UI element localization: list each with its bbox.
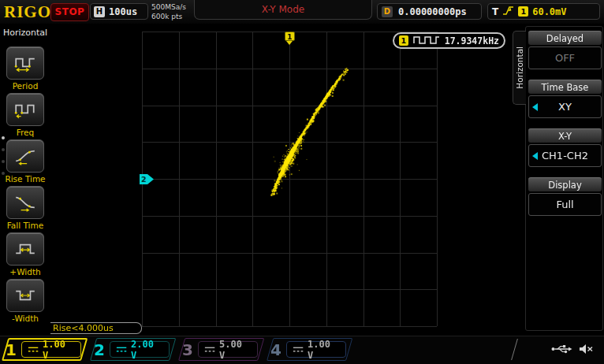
menu-item-time-base[interactable]: Time Base XY <box>528 80 602 118</box>
page-indicator-dot <box>2 160 5 163</box>
menu-item-delayed[interactable]: Delayed OFF <box>528 31 602 69</box>
trigger-level-value: 60.0mV <box>532 6 566 17</box>
measure-sidebar-title: Horizontal <box>0 28 50 38</box>
waveform-display: 1 2 1 17.9347kHz Rise<4.000us <box>50 24 513 336</box>
channel-scale-pill: 1.00 V <box>21 341 81 358</box>
measure-item-period[interactable]: Period <box>0 46 50 91</box>
freq-icon <box>13 100 37 119</box>
channel-2-status[interactable]: 2 2.00 V <box>90 338 170 361</box>
measure-button[interactable] <box>6 186 44 219</box>
page-indicator-dot <box>2 136 5 139</box>
freq-counter-value: 17.9347kHz <box>445 35 499 46</box>
channel-scale-value: 1.00 V <box>43 339 75 361</box>
period-icon <box>13 54 37 72</box>
measure-button-label: Fall Time <box>0 221 50 230</box>
mode-label: X-Y Mode <box>262 4 304 15</box>
trigger-position-label: 1 <box>285 32 295 41</box>
measure-button[interactable] <box>6 279 44 312</box>
measure-button-label: Period <box>0 81 50 91</box>
channel-scale-value: 5.00 V <box>219 339 252 361</box>
usb-icon <box>550 344 572 355</box>
measure-button[interactable] <box>6 232 44 266</box>
fall-time-icon <box>13 193 37 212</box>
horizontal-timebase-readout: H 100us <box>90 3 148 20</box>
channel-1-status[interactable]: 1 1.00 V <box>2 338 81 361</box>
selected-arrow-icon <box>532 103 538 111</box>
channel-status-bar: 1 1.00 V 2 2.00 V 3 <box>0 336 604 364</box>
measure-button[interactable] <box>6 93 44 126</box>
run-state-indicator: STOP <box>50 3 89 21</box>
h-badge: H <box>94 6 105 17</box>
selected-arrow-icon <box>532 152 538 160</box>
measure-item-fall-time[interactable]: Fall Time <box>0 186 50 230</box>
menu-item-label: X-Y <box>528 128 602 143</box>
measure-item-freq[interactable]: Freq <box>0 93 50 137</box>
dc-coupling-icon <box>28 345 39 354</box>
page-indicator-dot <box>2 148 5 151</box>
trigger-label: T <box>492 6 498 17</box>
minus-width-icon <box>13 286 37 305</box>
rise-time-icon <box>13 147 37 165</box>
measure-button[interactable] <box>6 46 44 80</box>
frequency-counter: 1 17.9347kHz <box>393 32 505 49</box>
usb-icon <box>550 343 572 358</box>
measure-button[interactable] <box>6 139 44 173</box>
menu-tab-label: Horizontal <box>515 46 524 89</box>
menu-item-value[interactable]: OFF <box>528 46 602 69</box>
delay-badge: D <box>382 6 393 17</box>
top-status-bar: RIGOL STOP H 100us 500MSa/s 600k pts X-Y… <box>0 0 604 24</box>
menu-item-value[interactable]: Full <box>528 193 602 216</box>
menu-item-display[interactable]: Display Full <box>528 177 602 216</box>
timebase-value: 100us <box>109 6 137 17</box>
dc-coupling-icon <box>204 345 215 354</box>
plus-width-icon <box>13 240 37 258</box>
delay-value: 0.00000000ps <box>398 6 467 17</box>
menu-item-x-y[interactable]: X-Y CH1-CH2 <box>528 128 602 167</box>
xy-display-canvas <box>50 24 513 336</box>
channel-3-status[interactable]: 3 5.00 V <box>178 338 258 361</box>
measure-item--width[interactable]: -Width <box>0 279 50 323</box>
oscilloscope-screen: RIGOL STOP H 100us 500MSa/s 600k pts X-Y… <box>0 0 604 364</box>
channel-scale-value: 2.00 V <box>131 339 163 361</box>
menu-tab-horizontal[interactable]: Horizontal <box>513 31 526 105</box>
beeper-off-icon <box>579 344 594 355</box>
rising-edge-icon <box>502 5 514 16</box>
page-indicator-dot <box>2 172 5 175</box>
channel-number: 3 <box>182 339 193 361</box>
channel-scale-pill: 1.00 V <box>286 341 346 358</box>
menu-item-label: Delayed <box>528 31 602 45</box>
trigger-position-marker: 1 <box>285 32 295 45</box>
mode-indicator: X-Y Mode <box>194 0 372 20</box>
horizontal-menu: Horizontal Delayed OFFTime Base XYX-Y CH… <box>513 24 604 336</box>
channel-number: 4 <box>270 339 281 361</box>
sample-rate: 500MSa/s <box>151 2 186 12</box>
measure-button-label: Rise Time <box>0 174 50 184</box>
rising-edge-icon <box>502 4 514 19</box>
measure-item--width[interactable]: +Width <box>0 232 50 277</box>
channel-4-status[interactable]: 4 1.00 V <box>267 338 346 361</box>
channel-number: 2 <box>94 339 105 361</box>
delay-readout: D 0.00000000ps <box>377 3 482 20</box>
square-wave-icon <box>412 35 441 45</box>
measure-button-label: -Width <box>0 314 50 323</box>
channel-scale-value: 1.00 V <box>308 339 340 361</box>
freq-counter-source-badge: 1 <box>399 35 408 46</box>
dc-coupling-icon <box>116 345 127 354</box>
square-wave-icon <box>412 33 441 48</box>
channel-scale-pill: 5.00 V <box>198 341 258 358</box>
measure-button-label: +Width <box>0 267 50 277</box>
acquisition-readout: 500MSa/s 600k pts <box>151 2 186 21</box>
menu-item-value[interactable]: XY <box>528 95 602 118</box>
menu-item-label: Time Base <box>528 80 602 94</box>
menu-item-label: Display <box>528 177 602 191</box>
channel-scale-pill: 2.00 V <box>110 341 170 358</box>
status-bar-divider <box>511 339 531 360</box>
rise-time-measurement: Rise<4.000us <box>50 322 142 334</box>
menu-item-value[interactable]: CH1-CH2 <box>528 144 602 167</box>
trigger-readout: T 1 60.0mV <box>487 3 600 20</box>
beeper-off-icon <box>579 343 594 358</box>
measure-item-rise-time[interactable]: Rise Time <box>0 139 50 184</box>
measure-sidebar: Horizontal Period Freq Rise Time Fall Ti… <box>0 24 50 336</box>
channel-number: 1 <box>6 339 17 361</box>
measure-button-label: Freq <box>0 128 50 137</box>
